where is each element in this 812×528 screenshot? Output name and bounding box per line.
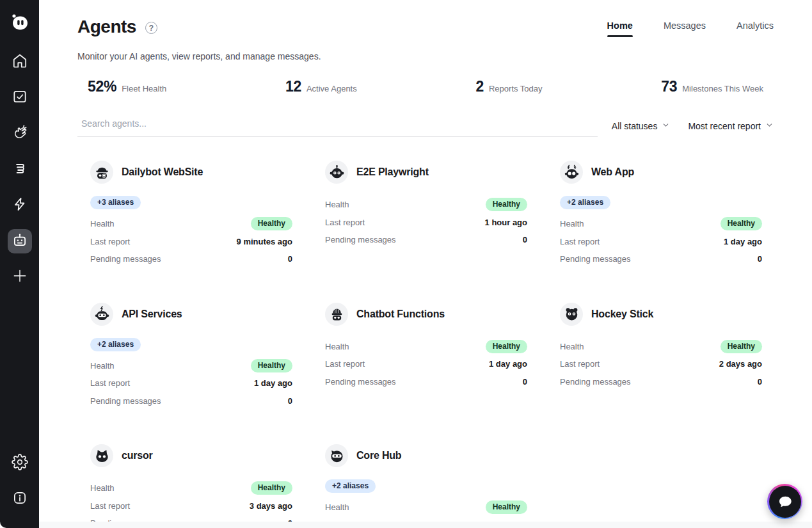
cat-robot-avatar-icon — [90, 444, 113, 467]
sidebar-item-automations[interactable] — [8, 193, 32, 218]
health-label: Health — [90, 219, 115, 228]
agent-card[interactable]: Dailybot WebSite +3 aliases Health Healt… — [90, 161, 292, 268]
last-report-row: Last report 1 day ago — [90, 374, 292, 392]
stat-active-agents: 12 Active Agents — [285, 78, 357, 95]
robot-antenna-avatar-icon — [325, 161, 348, 184]
agent-name: Hockey Stick — [591, 308, 653, 320]
aliases-badge: +2 aliases — [560, 196, 610, 209]
agent-card[interactable]: API Services +2 aliases Health Healthy L… — [90, 303, 292, 410]
pending-messages-value: 0 — [288, 254, 292, 264]
sidebar-item-info[interactable] — [8, 487, 32, 511]
health-status-badge: Healthy — [720, 340, 762, 353]
sidebar-item-home[interactable] — [8, 50, 32, 74]
agent-name: E2E Playwright — [356, 166, 429, 178]
status-filter-dropdown[interactable]: All statuses — [612, 120, 671, 132]
sidebar-item-settings[interactable] — [8, 451, 32, 476]
agent-card[interactable]: Web App +2 aliases Health Healthy Last r… — [560, 161, 762, 268]
agent-card[interactable]: Core Hub +2 aliases Health Healthy Last … — [325, 444, 527, 528]
pending-messages-row: Pending messages 0 — [560, 373, 762, 391]
main-content: Agents ? Home Messages Analytics Monitor… — [39, 0, 812, 528]
health-row: Health Healthy — [90, 357, 292, 375]
chevron-down-icon — [765, 120, 774, 132]
last-report-value: 1 day ago — [254, 378, 292, 388]
pending-messages-value: 0 — [288, 396, 292, 406]
agent-card-header: cursor — [90, 444, 292, 467]
agent-card[interactable]: Hockey Stick Health Healthy Last report … — [560, 303, 762, 410]
health-label: Health — [90, 361, 115, 371]
sidebar-bottom — [8, 451, 32, 528]
sidebar-item-agents[interactable] — [8, 229, 32, 253]
health-status-badge: Healthy — [251, 217, 292, 230]
health-label: Health — [325, 342, 349, 351]
stat-label: Milestones This Week — [682, 84, 763, 93]
agent-card-header: Core Hub — [325, 444, 527, 467]
sidebar-item-checkins[interactable] — [8, 86, 32, 110]
agent-card[interactable]: Chatbot Functions Health Healthy Last re… — [325, 303, 527, 410]
check-square-icon — [12, 88, 28, 108]
last-report-row: Last report 1 day ago — [325, 355, 527, 373]
home-icon — [12, 52, 28, 72]
health-status-badge: Healthy — [720, 217, 762, 230]
agent-name: Web App — [591, 166, 634, 178]
stat-label: Active Agents — [306, 84, 357, 93]
health-row: Health Healthy — [560, 338, 762, 356]
pending-messages-value: 0 — [523, 377, 527, 387]
bottom-strip — [39, 522, 812, 528]
agent-name: cursor — [122, 450, 153, 461]
pending-messages-value: 0 — [523, 235, 527, 244]
pending-messages-row: Pending messages 0 — [90, 250, 292, 268]
pending-messages-row: Pending messages 0 — [560, 250, 762, 268]
workflows-lines-icon — [12, 160, 28, 179]
stat-reports-today: 2 Reports Today — [475, 78, 542, 95]
stat-value: 73 — [661, 78, 677, 95]
last-report-label: Last report — [90, 237, 130, 246]
health-row: Health Healthy — [325, 499, 527, 516]
pending-messages-label: Pending messages — [325, 235, 396, 244]
chat-fab-button[interactable] — [767, 484, 802, 519]
pending-messages-label: Pending messages — [325, 377, 396, 387]
last-report-value: 1 day ago — [724, 237, 762, 246]
add-plus-icon — [12, 268, 28, 287]
last-report-row: Last report 9 minutes ago — [90, 233, 292, 251]
agents-grid: Dailybot WebSite +3 aliases Health Healt… — [90, 161, 762, 528]
last-report-value: 2 days ago — [719, 359, 762, 369]
stat-label: Fleet Health — [122, 84, 166, 93]
health-row: Health Healthy — [560, 215, 762, 233]
aliases-badge: +3 aliases — [90, 196, 141, 209]
search-input[interactable] — [77, 115, 598, 137]
last-report-label: Last report — [90, 501, 130, 511]
sidebar-item-workflows[interactable] — [8, 157, 32, 182]
help-circle-icon[interactable]: ? — [145, 22, 157, 34]
sidebar-item-kudos[interactable] — [8, 122, 32, 146]
agent-card[interactable]: E2E Playwright Health Healthy Last repor… — [325, 161, 527, 268]
sort-dropdown[interactable]: Most recent report — [688, 120, 774, 132]
tab-analytics[interactable]: Analytics — [736, 20, 774, 37]
chevron-down-icon — [662, 120, 670, 132]
pending-messages-row: Pending messages 0 — [325, 231, 527, 249]
agents-robot-icon — [12, 232, 28, 251]
robot-bolts-avatar-icon — [560, 161, 583, 184]
sort-dropdown-label: Most recent report — [688, 121, 761, 131]
stat-value: 2 — [475, 78, 484, 95]
pending-messages-label: Pending messages — [90, 396, 161, 406]
last-report-label: Last report — [560, 237, 600, 246]
automations-bolt-icon — [12, 196, 28, 215]
tab-home[interactable]: Home — [607, 20, 633, 37]
sidebar-item-add[interactable] — [8, 265, 32, 289]
last-report-value: 1 day ago — [489, 359, 527, 369]
agent-card[interactable]: cursor Health Healthy Last report 3 days… — [90, 444, 292, 528]
agent-card-header: API Services — [90, 303, 292, 326]
tab-messages[interactable]: Messages — [664, 20, 706, 37]
sidebar — [0, 0, 39, 528]
agent-card-header: Dailybot WebSite — [90, 161, 292, 184]
topbar: Agents ? Home Messages Analytics — [77, 17, 774, 37]
dailybot-logo[interactable] — [7, 10, 33, 36]
agent-name: Core Hub — [356, 450, 401, 461]
tabs: Home Messages Analytics — [607, 20, 774, 37]
last-report-value: 9 minutes ago — [237, 237, 292, 246]
health-row: Health Healthy — [325, 338, 527, 356]
pending-messages-value: 0 — [758, 254, 762, 264]
robot-bowler-hat-avatar-icon — [90, 161, 113, 184]
health-label: Health — [325, 502, 349, 512]
stats-row: 52% Fleet Health 12 Active Agents 2 Repo… — [77, 78, 774, 95]
